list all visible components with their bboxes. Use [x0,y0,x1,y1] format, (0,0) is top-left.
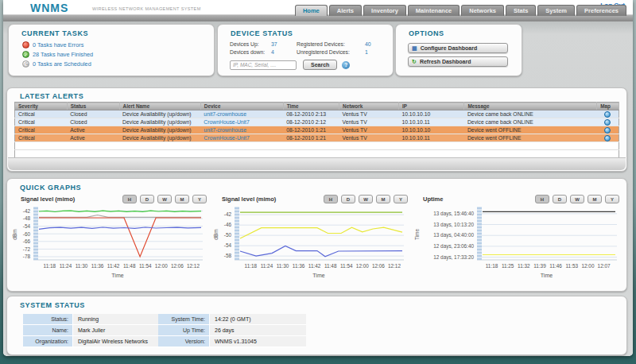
options-panel: OPTIONS ▦Configure Dashboard↻Refresh Das… [395,24,522,76]
latest-alerts-title: LATEST ALERTS [20,92,83,100]
range-button-m[interactable]: M [175,195,189,203]
alert-row[interactable]: CriticalActiveDevice Availability (up/do… [15,134,619,142]
column-header-map[interactable]: Map [597,103,619,110]
range-button-d[interactable]: D [140,195,154,203]
range-button-y[interactable]: Y [394,195,408,203]
column-header-ip[interactable]: IP [398,103,464,110]
range-button-y[interactable]: Y [192,195,207,203]
alerts-table-wrap: SeverityStatusAlert NameDeviceTimeNetwor… [14,102,619,158]
configure-dashboard-button[interactable]: ▦Configure Dashboard [408,43,508,53]
x-tick-label: 12:00 [356,263,369,269]
alert-row[interactable]: CriticalClosedDevice Availability (up/do… [15,110,619,118]
column-header-network[interactable]: Network [339,103,399,110]
range-button-h[interactable]: H [122,195,137,203]
device-link[interactable]: unit7-crownhouse [204,127,246,133]
device-status-panel: DEVICE STATUS Devices Up:37Registered De… [217,24,394,76]
search-button[interactable]: Search [303,60,337,70]
tab-networks[interactable]: Networks [461,5,504,16]
y-axis-bar [33,207,38,260]
y-tick-label: -54 [224,242,232,248]
x-axis-label: Time [541,273,553,278]
x-tick-label: 11:24 [261,263,273,269]
series-signal-gray [39,215,201,218]
column-header-message[interactable]: Message [464,103,597,110]
range-button-h[interactable]: H [324,195,338,203]
quick-graphs-panel: QUICK GRAPHS Signal level (mimo)HDWMY-42… [6,178,627,292]
empty-row [15,150,619,158]
range-button-d[interactable]: D [341,195,355,203]
system-field-label: Organization: [23,336,72,347]
tab-maintenance[interactable]: Maintenance [408,5,460,16]
y-tick-label: -50 [224,232,232,238]
tab-home[interactable]: Home [295,5,328,16]
range-button-y[interactable]: Y [605,195,619,203]
x-tick-label: 11:24 [60,263,72,269]
device-status-title: DEVICE STATUS [231,29,393,37]
tab-system[interactable]: System [537,5,575,16]
empty-row [15,142,619,150]
device-stat-value: 40 [365,41,378,47]
tab-inventory[interactable]: Inventory [363,5,406,16]
range-button-w[interactable]: W [570,195,584,203]
column-header-time[interactable]: Time [283,103,339,110]
system-field-value: Running [72,314,168,325]
y-tick-label: -54 [23,223,31,229]
y-tick-label: 12 days, 23:06:40 [433,243,474,250]
alert-severity: Critical [15,110,68,118]
device-stat-label: Unregistered Devices: [297,49,365,55]
task-item-error[interactable]: 0 Tasks have Errors [22,41,214,48]
alert-message: Device came back ONLINE [464,110,597,118]
device-stat-label: Devices Up: [230,41,271,47]
map-globe-icon[interactable] [604,135,611,141]
alert-map-cell [597,110,619,118]
tab-alerts[interactable]: Alerts [329,5,362,16]
sys-table-right: System Time:14:22 (0 GMT)Up Time:26 days… [158,314,306,347]
series-signal-red [39,218,201,257]
y-axis-label: Time [414,229,420,241]
y-tick-label: -72 [23,246,31,252]
range-button-m[interactable]: M [376,195,390,203]
option-button-label: Configure Dashboard [421,45,478,51]
alert-ip: 10.10.10.11 [398,118,464,126]
map-globe-icon[interactable] [604,127,611,134]
range-button-m[interactable]: M [588,195,602,203]
chart-title: Signal level (mimo) [21,196,119,203]
device-link[interactable]: CrownHouse-Unit7 [204,119,249,125]
alert-name: Device Availability (up/down) [119,118,200,126]
help-icon[interactable]: ? [342,61,350,69]
search-input[interactable] [230,60,297,70]
alert-status: Active [67,126,119,134]
tab-stats[interactable]: Stats [506,5,536,16]
map-globe-icon[interactable] [604,119,611,126]
range-button-h[interactable]: H [535,195,549,203]
chart-canvas: -42-48-54-60-66-72-7811:1811:2411:3011:3… [11,204,207,281]
refresh-icon: ↻ [412,59,417,64]
device-link[interactable]: CrownHouse-Unit7 [204,135,249,141]
alert-status: Closed [67,118,119,126]
column-header-alert-name[interactable]: Alert Name [119,103,200,110]
scheduled-icon: ◷ [22,60,29,68]
alert-device-cell: CrownHouse-Unit7 [200,118,283,126]
map-globe-icon[interactable] [604,111,611,118]
device-link[interactable]: unit7-crownhouse [204,111,246,117]
alert-row[interactable]: CriticalActiveDevice Availability (up/do… [15,126,619,134]
range-button-w[interactable]: W [359,195,373,203]
alert-map-cell [597,118,619,126]
task-item-scheduled[interactable]: ◷0 Tasks are Scheduled [22,60,214,68]
range-button-w[interactable]: W [157,195,172,203]
tab-preferences[interactable]: Preferences [576,5,626,16]
column-header-device[interactable]: Device [200,103,283,110]
device-stats: Devices Up:37Registered Devices:40Device… [230,41,393,55]
column-header-severity[interactable]: Severity [15,103,68,110]
refresh-dashboard-button[interactable]: ↻Refresh Dashboard [408,56,508,67]
column-header-status[interactable]: Status [67,103,119,110]
system-field-label: Version: [158,336,209,347]
device-search-row: Search ? [230,60,393,70]
y-tick-label: -48 [23,215,31,221]
y-tick-label: -42 [224,211,232,217]
range-button-d[interactable]: D [553,195,567,203]
alert-row[interactable]: CriticalClosedDevice Availability (up/do… [15,118,619,126]
x-tick-label: 12:06 [372,263,385,269]
task-item-finished[interactable]: ✓28 Tasks have Finished [22,51,214,58]
task-list: 0 Tasks have Errors✓28 Tasks have Finish… [22,41,214,68]
